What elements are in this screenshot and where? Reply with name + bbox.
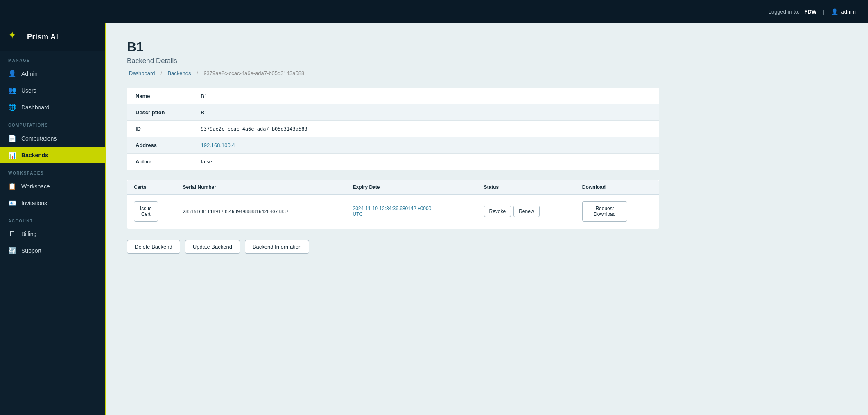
- detail-row-2: ID9379ae2c-ccac-4a6e-ada7-b05d3143a588: [127, 121, 659, 137]
- detail-value-0: B1: [193, 88, 659, 104]
- detail-value-1: B1: [193, 104, 659, 121]
- certs-label-header: Certs: [127, 180, 176, 195]
- sidebar-item-computations[interactable]: 📄Computations: [0, 130, 105, 147]
- separator: |: [823, 9, 824, 15]
- users-icon: 👥: [8, 86, 16, 94]
- sidebar-item-label: Workspace: [21, 183, 50, 190]
- breadcrumb-part-1[interactable]: Backends: [167, 70, 191, 76]
- detail-value-4: false: [193, 154, 659, 170]
- renew-button[interactable]: Renew: [513, 206, 539, 217]
- sidebar-section-label: WORKSPACES: [0, 163, 105, 178]
- sidebar-header: ✦ Prism AI: [0, 23, 105, 51]
- certs-download-header: Download: [576, 180, 659, 195]
- issue-cert-cell: Issue Cert: [127, 195, 176, 229]
- invitations-icon: 📧: [8, 199, 16, 207]
- sidebar-item-label: Backends: [21, 152, 48, 159]
- detail-value-2: 9379ae2c-ccac-4a6e-ada7-b05d3143a588: [193, 121, 659, 137]
- certs-table: Certs Serial Number Expiry Date Status D…: [127, 180, 659, 229]
- dashboard-icon: 🌐: [8, 103, 16, 111]
- sidebar-item-invitations[interactable]: 📧Invitations: [0, 195, 105, 211]
- sidebar-item-label: Admin: [21, 70, 38, 77]
- detail-row-4: Activefalse: [127, 154, 659, 170]
- detail-label-2: ID: [127, 121, 193, 137]
- breadcrumb-part-2: 9379ae2c-ccac-4a6e-ada7-b05d3143a588: [203, 70, 304, 76]
- expiry-date-cell: 2024-11-10 12:34:36.680142 +0000 UTC: [346, 195, 477, 229]
- page-subtitle: Backend Details: [127, 57, 659, 65]
- breadcrumb-part-0[interactable]: Dashboard: [129, 70, 155, 76]
- action-buttons: Delete Backend Update Backend Backend In…: [127, 240, 659, 254]
- topbar-user: Logged-in to: FDW | 👤 admin: [769, 8, 856, 15]
- certs-expiry-header: Expiry Date: [346, 180, 477, 195]
- revoke-button[interactable]: Revoke: [484, 206, 511, 217]
- org-name: FDW: [805, 9, 817, 15]
- breadcrumb-separator-1: /: [195, 70, 200, 76]
- sidebar-item-backends[interactable]: 📊Backends: [0, 147, 105, 163]
- cert-row: Issue Cert 28516168111891735468949888816…: [127, 195, 659, 229]
- sidebar-item-label: Users: [21, 87, 36, 94]
- sidebar-item-label: Support: [21, 247, 41, 254]
- backend-information-button[interactable]: Backend Information: [245, 240, 309, 254]
- logged-in-label: Logged-in to:: [769, 9, 800, 15]
- app-name: Prism AI: [27, 33, 58, 41]
- detail-label-1: Description: [127, 104, 193, 121]
- sidebar: ✦ Prism AI MANAGE👤Admin👥Users🌐DashboardC…: [0, 0, 106, 415]
- sidebar-item-label: Computations: [21, 135, 57, 142]
- sidebar-item-label: Dashboard: [21, 104, 50, 111]
- workspace-icon: 📋: [8, 182, 16, 190]
- issue-cert-button[interactable]: Issue Cert: [134, 201, 158, 222]
- computations-icon: 📄: [8, 134, 16, 142]
- detail-label-0: Name: [127, 88, 193, 104]
- user-icon: 👤: [831, 8, 838, 15]
- billing-icon: 🗒: [8, 230, 16, 238]
- sidebar-item-label: Invitations: [21, 200, 47, 206]
- sidebar-item-dashboard[interactable]: 🌐Dashboard: [0, 99, 105, 116]
- admin-icon: 👤: [8, 70, 16, 77]
- breadcrumb-separator-0: /: [159, 70, 164, 76]
- topbar: Logged-in to: FDW | 👤 admin: [0, 0, 868, 23]
- detail-value-3: 192.168.100.4: [193, 137, 659, 154]
- sidebar-item-label: Billing: [21, 231, 36, 237]
- page-title: B1: [127, 39, 659, 54]
- support-icon: 🔄: [8, 247, 16, 254]
- detail-label-4: Active: [127, 154, 193, 170]
- main-content: B1 Backend Details Dashboard / Backends …: [106, 23, 868, 415]
- expiry-date-value: 2024-11-10 12:34:36.680142 +0000 UTC: [353, 206, 432, 217]
- username: admin: [841, 9, 856, 15]
- sidebar-item-admin[interactable]: 👤Admin: [0, 65, 105, 82]
- detail-row-0: NameB1: [127, 88, 659, 104]
- status-cell: Revoke Renew: [477, 195, 576, 229]
- detail-label-3: Address: [127, 137, 193, 154]
- sidebar-item-users[interactable]: 👥Users: [0, 82, 105, 99]
- sidebar-section-label: MANAGE: [0, 51, 105, 65]
- logo-icon: ✦: [8, 29, 23, 44]
- detail-row-1: DescriptionB1: [127, 104, 659, 121]
- sidebar-item-workspace[interactable]: 📋Workspace: [0, 178, 105, 195]
- certs-status-header: Status: [477, 180, 576, 195]
- sidebar-section-label: COMPUTATIONS: [0, 116, 105, 130]
- sidebar-section-label: ACCOUNT: [0, 211, 105, 226]
- sidebar-item-billing[interactable]: 🗒Billing: [0, 226, 105, 242]
- request-download-button[interactable]: Request Download: [582, 201, 627, 222]
- breadcrumb: Dashboard / Backends / 9379ae2c-ccac-4a6…: [127, 70, 659, 76]
- sidebar-item-support[interactable]: 🔄Support: [0, 242, 105, 259]
- revoke-renew-group: Revoke Renew: [484, 206, 569, 217]
- detail-row-3: Address192.168.100.4: [127, 137, 659, 154]
- delete-backend-button[interactable]: Delete Backend: [127, 240, 180, 254]
- download-cell: Request Download: [576, 195, 659, 229]
- details-table: NameB1DescriptionB1ID9379ae2c-ccac-4a6e-…: [127, 88, 659, 170]
- serial-number-cell: 285161681118917354689498888164284073837: [176, 195, 346, 229]
- update-backend-button[interactable]: Update Backend: [185, 240, 240, 254]
- backends-icon: 📊: [8, 151, 16, 159]
- certs-serial-header: Serial Number: [176, 180, 346, 195]
- sidebar-nav: MANAGE👤Admin👥Users🌐DashboardCOMPUTATIONS…: [0, 51, 105, 259]
